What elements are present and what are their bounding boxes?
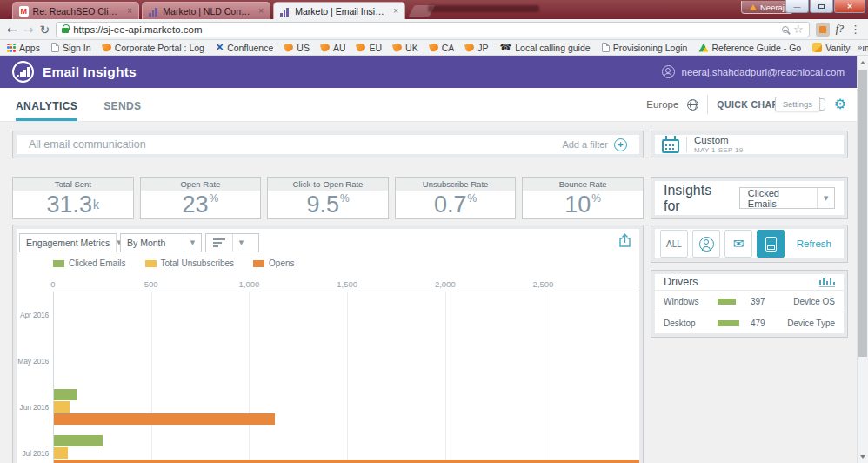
insight-select-dropdown[interactable]: Clicked Emails ▼ <box>739 187 835 209</box>
bookmark-item[interactable]: Reference Guide - Go <box>698 43 801 53</box>
main-content: All email communication Add a filter + T… <box>0 122 857 463</box>
insights-for-label: Insights for <box>664 183 731 214</box>
driver-row[interactable]: Windows397Device OS <box>655 290 844 312</box>
bar-opens[interactable] <box>54 460 639 463</box>
page-scrollbar[interactable] <box>857 56 868 463</box>
bookmark-item[interactable]: UK <box>393 43 418 53</box>
minimize-button[interactable]: — <box>785 0 809 13</box>
date-range-value: MAY 1-SEP 19 <box>694 146 744 154</box>
scroll-up-button[interactable] <box>858 56 868 69</box>
bookmark-item[interactable]: ☎Local calling guide <box>500 43 591 53</box>
reload-button[interactable]: ↻ <box>39 23 50 36</box>
scroll-down-button[interactable] <box>858 450 868 463</box>
confluence-icon: ✕ <box>216 43 224 52</box>
chevron-down-icon: ▼ <box>184 234 201 252</box>
bookmark-item[interactable]: US <box>284 43 310 53</box>
metric-label: Unsubscribe Rate <box>396 178 516 191</box>
bookmark-item[interactable]: Sign In <box>51 43 91 53</box>
region-label[interactable]: Europe <box>646 99 678 110</box>
bar-opens[interactable] <box>54 413 275 425</box>
tab-close-icon[interactable]: × <box>258 6 264 16</box>
calendar-icon <box>662 139 679 153</box>
chrome-menu-icon[interactable]: ⋮ <box>850 23 861 36</box>
back-button[interactable]: ← <box>7 23 17 36</box>
bar-total-unsubscribes[interactable] <box>54 401 70 413</box>
legend-item[interactable]: Clicked Emails <box>53 258 126 268</box>
legend-item[interactable]: Total Unsubscribes <box>145 258 234 268</box>
interval-dropdown[interactable]: By Month ▼ <box>120 233 202 252</box>
gmail-favicon: M <box>19 6 29 17</box>
browser-tab-strip: MRe: ReachSEO Client Con×Marketo | NLD C… <box>12 2 432 19</box>
settings-gear-icon[interactable]: ⚙ <box>834 97 846 111</box>
metric-label: Bounce Rate <box>523 178 643 191</box>
tab-analytics[interactable]: ANALYTICS <box>16 100 77 121</box>
globe-icon[interactable] <box>687 99 698 111</box>
export-icon[interactable] <box>618 233 632 252</box>
window-titlebar: MRe: ReachSEO Client Con×Marketo | NLD C… <box>0 0 868 19</box>
bookmark-item[interactable]: Apps <box>7 43 40 53</box>
bookmarks-overflow-chevron[interactable]: » <box>853 42 863 53</box>
bookmark-item[interactable]: CA <box>430 43 455 53</box>
legend-item[interactable]: Opens <box>253 258 294 268</box>
bookmark-item[interactable]: JP <box>465 43 488 53</box>
bookmark-item[interactable]: Corporate Portal : Log <box>103 43 204 53</box>
swoosh-icon <box>284 43 294 53</box>
date-range-card[interactable]: Custom MAY 1-SEP 19 <box>651 131 848 158</box>
bookmark-item[interactable]: ✕Confluence <box>216 43 273 53</box>
x-axis-tick-label: 2,500 <box>533 279 554 289</box>
driver-dimension: Device Type <box>787 319 835 328</box>
swoosh-icon <box>392 43 403 53</box>
gridline <box>544 292 544 463</box>
tab-close-icon[interactable]: × <box>393 6 398 16</box>
metric-dropdown[interactable]: Engagement Metrics ▼ <box>19 233 117 252</box>
app-header: Email Insights neeraj.shahdadpuri@reachl… <box>0 56 857 88</box>
bookmark-star-icon[interactable]: ☆ <box>793 23 804 35</box>
metric-value: 31.3k <box>13 191 133 218</box>
address-bar[interactable]: https://sj-ee-api.marketo.com ☆ <box>56 22 809 37</box>
bookmark-label: Reference Guide - Go <box>711 43 801 53</box>
maximize-button[interactable] <box>810 0 833 13</box>
url-text: https://sj-ee-api.marketo.com <box>73 24 202 35</box>
zoom-indicator-icon[interactable] <box>782 26 789 33</box>
extension-icon[interactable] <box>816 23 830 37</box>
driver-bar <box>718 299 736 305</box>
page-icon <box>51 43 59 52</box>
browser-tab[interactable]: MRe: ReachSEO Client Con× <box>12 2 139 19</box>
segment-person-button[interactable] <box>692 230 720 258</box>
bookmark-label: US <box>297 43 310 53</box>
bookmark-label: Corporate Portal : Log <box>115 43 204 53</box>
tab-close-icon[interactable]: × <box>127 6 132 16</box>
tab-sends[interactable]: SENDS <box>103 100 141 121</box>
bookmark-item[interactable]: AU <box>321 43 346 53</box>
gridline <box>151 292 152 463</box>
user-email[interactable]: neeraj.shahdadpuri@reachlocal.com <box>682 67 845 77</box>
swoosh-icon <box>464 43 475 53</box>
close-button[interactable]: ✕ <box>834 0 865 13</box>
browser-tab[interactable]: Marketo | NLD Contact U× <box>142 2 270 19</box>
extension-fz-icon[interactable]: f? <box>836 23 844 36</box>
x-axis-tick-label: 1,500 <box>337 279 357 289</box>
browser-tab[interactable]: Marketo | Email Insights× <box>273 2 405 19</box>
chart-type-dropdown[interactable]: ▼ <box>205 233 259 252</box>
add-filter-button[interactable]: Add a filter + <box>562 138 627 151</box>
segment-all-button[interactable]: ALL <box>660 230 688 258</box>
envelope-icon: ✉ <box>733 238 744 251</box>
bar-clicked-emails[interactable] <box>54 389 77 400</box>
driver-row[interactable]: Desktop479Device Type <box>655 312 844 333</box>
segment-email-button[interactable]: ✉ <box>724 230 752 258</box>
forward-button[interactable]: → <box>23 23 34 36</box>
date-range-type: Custom <box>694 135 744 146</box>
bookmark-item[interactable]: EU <box>357 43 382 53</box>
bar-chart-icon[interactable] <box>819 278 836 287</box>
bookmarks-bar: AppsSign InCorporate Portal : Log✕Conflu… <box>0 40 868 56</box>
bar-total-unsubscribes[interactable] <box>54 447 68 459</box>
drive-icon <box>698 44 708 52</box>
bar-clicked-emails[interactable] <box>54 435 103 446</box>
metric-label: Open Rate <box>141 178 261 191</box>
segment-device-button[interactable] <box>757 230 785 258</box>
refresh-link[interactable]: Refresh <box>797 238 831 249</box>
scrollbar-thumb[interactable] <box>858 70 867 357</box>
apps-grid-icon <box>7 44 16 52</box>
bookmark-item[interactable]: Provisioning Login <box>602 43 688 53</box>
x-axis-tick-label: 2,000 <box>435 279 456 289</box>
